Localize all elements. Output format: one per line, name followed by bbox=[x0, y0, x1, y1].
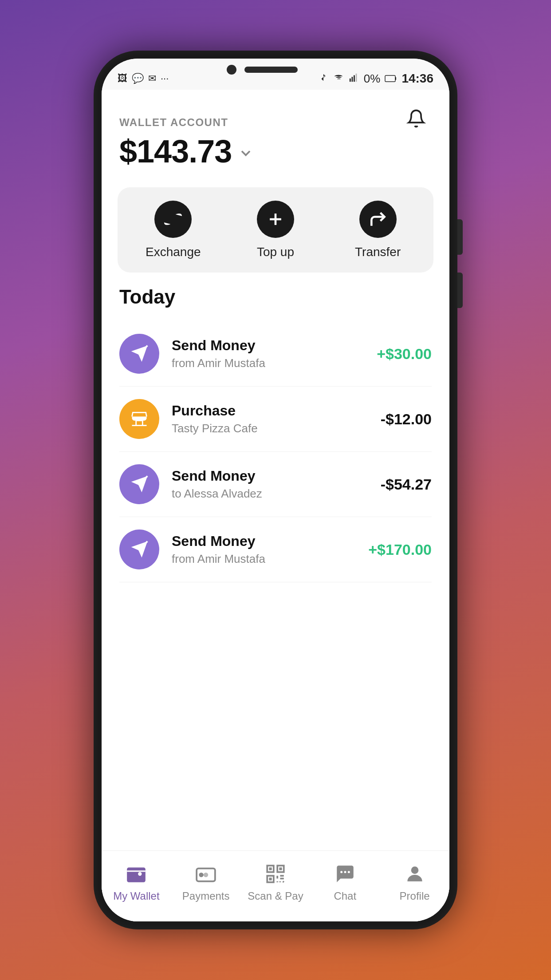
tx-icon-send-money-1 bbox=[119, 334, 159, 374]
tx-subtitle-2: Tasty Pizza Cafe bbox=[172, 422, 381, 435]
tx-title-2: Purchase bbox=[172, 403, 381, 419]
tx-details-3: Send Money to Alessa Alvadez bbox=[172, 468, 381, 501]
tx-title-3: Send Money bbox=[172, 468, 381, 484]
nav-scan-pay[interactable]: Scan & Pay bbox=[244, 861, 307, 902]
my-wallet-label: My Wallet bbox=[113, 890, 159, 902]
svg-marker-8 bbox=[131, 346, 148, 362]
transaction-item[interactable]: Purchase Tasty Pizza Cafe -$12.00 bbox=[119, 387, 432, 452]
exchange-icon bbox=[163, 209, 183, 229]
wallet-balance-row: $143.73 bbox=[119, 133, 432, 170]
today-section: Today Send Money from Amir Mustafa bbox=[102, 286, 449, 850]
chat-icon bbox=[333, 861, 358, 886]
transfer-button[interactable]: Transfer bbox=[342, 201, 413, 259]
profile-icon bbox=[402, 861, 427, 886]
nav-payments[interactable]: Payments bbox=[175, 861, 237, 902]
transfer-icon bbox=[368, 209, 388, 229]
nav-profile[interactable]: Profile bbox=[384, 861, 446, 902]
svg-point-31 bbox=[344, 871, 346, 873]
tx-icon-purchase bbox=[119, 399, 159, 439]
send-icon-3 bbox=[130, 474, 149, 494]
topup-icon-circle bbox=[257, 201, 294, 238]
tx-subtitle-4: from Amir Mustafa bbox=[172, 552, 368, 566]
tx-details-2: Purchase Tasty Pizza Cafe bbox=[172, 403, 381, 435]
exchange-label: Exchange bbox=[146, 245, 201, 259]
phone-device: 🖼 💬 ✉ ··· 0% 14:36 bbox=[94, 51, 457, 929]
svg-point-16 bbox=[199, 872, 204, 877]
tx-title-4: Send Money bbox=[172, 533, 368, 549]
topup-icon bbox=[266, 209, 285, 229]
scan-pay-icon bbox=[263, 861, 288, 886]
topup-button[interactable]: Top up bbox=[240, 201, 311, 259]
send-icon-1 bbox=[130, 344, 149, 364]
svg-rect-23 bbox=[269, 877, 272, 880]
transfer-label: Transfer bbox=[355, 245, 401, 259]
svg-point-33 bbox=[411, 866, 418, 874]
tx-amount-2: -$12.00 bbox=[381, 411, 432, 428]
tx-icon-send-money-3 bbox=[119, 464, 159, 504]
transfer-icon-circle bbox=[359, 201, 397, 238]
tx-amount-3: -$54.27 bbox=[381, 476, 432, 493]
profile-label: Profile bbox=[400, 890, 430, 902]
transaction-item[interactable]: Send Money to Alessa Alvadez -$54.27 bbox=[119, 452, 432, 517]
app-content: WALLET ACCOUNT $143.73 Exchange bbox=[102, 90, 449, 921]
exchange-button[interactable]: Exchange bbox=[138, 201, 209, 259]
scan-pay-label: Scan & Pay bbox=[248, 890, 303, 902]
store-icon bbox=[130, 409, 149, 429]
my-wallet-icon bbox=[124, 861, 149, 886]
svg-line-29 bbox=[283, 881, 284, 882]
chat-label: Chat bbox=[334, 890, 356, 902]
tx-title-1: Send Money bbox=[172, 337, 377, 354]
tx-amount-1: +$30.00 bbox=[377, 345, 432, 363]
transaction-list: Send Money from Amir Mustafa +$30.00 bbox=[119, 321, 432, 582]
camera bbox=[227, 65, 236, 75]
nav-chat[interactable]: Chat bbox=[314, 861, 376, 902]
svg-marker-11 bbox=[131, 476, 148, 493]
tx-details-4: Send Money from Amir Mustafa bbox=[172, 533, 368, 566]
tx-subtitle-3: to Alessa Alvadez bbox=[172, 487, 381, 501]
svg-point-17 bbox=[204, 872, 208, 877]
svg-rect-14 bbox=[127, 867, 146, 882]
phone-screen: 🖼 💬 ✉ ··· 0% 14:36 bbox=[102, 59, 449, 921]
action-row: Exchange Top up bbox=[118, 187, 433, 273]
balance-chevron-icon[interactable] bbox=[238, 145, 254, 161]
today-heading: Today bbox=[119, 286, 432, 308]
svg-point-30 bbox=[340, 871, 342, 873]
payments-label: Payments bbox=[182, 890, 230, 902]
tx-details-1: Send Money from Amir Mustafa bbox=[172, 337, 377, 370]
tx-icon-send-money-4 bbox=[119, 530, 159, 569]
notification-button[interactable] bbox=[401, 103, 432, 134]
transaction-item[interactable]: Send Money from Amir Mustafa +$30.00 bbox=[119, 321, 432, 387]
phone-top-bar bbox=[102, 59, 449, 81]
svg-rect-22 bbox=[279, 867, 282, 870]
nav-my-wallet[interactable]: My Wallet bbox=[105, 861, 167, 902]
wallet-account-label: WALLET ACCOUNT bbox=[119, 116, 432, 129]
svg-point-32 bbox=[348, 871, 350, 873]
speaker bbox=[244, 67, 298, 73]
wallet-balance: $143.73 bbox=[119, 133, 232, 170]
tx-amount-4: +$170.00 bbox=[368, 541, 432, 558]
bottom-nav: My Wallet Payments bbox=[102, 850, 449, 921]
tx-subtitle-1: from Amir Mustafa bbox=[172, 356, 377, 370]
svg-marker-13 bbox=[131, 541, 148, 558]
transaction-item[interactable]: Send Money from Amir Mustafa +$170.00 bbox=[119, 517, 432, 582]
wallet-header: WALLET ACCOUNT $143.73 bbox=[102, 90, 449, 178]
exchange-icon-circle bbox=[154, 201, 192, 238]
topup-label: Top up bbox=[257, 245, 294, 259]
send-icon-4 bbox=[130, 540, 149, 559]
svg-rect-21 bbox=[269, 867, 272, 870]
payments-icon bbox=[193, 861, 218, 886]
